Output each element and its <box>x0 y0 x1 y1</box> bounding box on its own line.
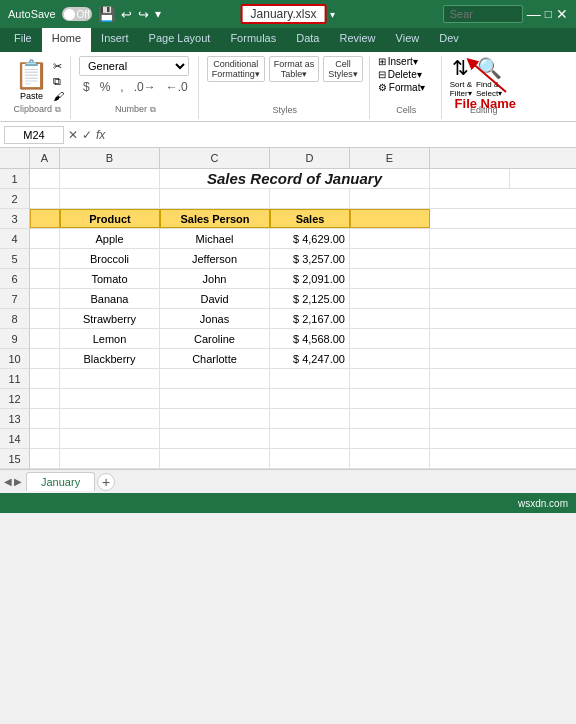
cell-c8[interactable]: Jonas <box>160 309 270 328</box>
cell-c12[interactable] <box>160 389 270 408</box>
find-select-btn[interactable]: 🔍 Find &Select▾ <box>476 56 502 98</box>
sheet-tab-january[interactable]: January <box>26 472 95 491</box>
cell-b10[interactable]: Blackberry <box>60 349 160 368</box>
cell-a11[interactable] <box>30 369 60 388</box>
format-as-table-btn[interactable]: Format asTable▾ <box>269 56 320 82</box>
col-header-a[interactable]: A <box>30 148 60 168</box>
col-header-c[interactable]: C <box>160 148 270 168</box>
format-painter-icon[interactable]: 🖌 <box>53 90 64 102</box>
delete-btn[interactable]: ⊟ Delete▾ <box>378 69 426 80</box>
cell-b9[interactable]: Lemon <box>60 329 160 348</box>
minimize-icon[interactable]: — <box>527 6 541 22</box>
cell-c6[interactable]: John <box>160 269 270 288</box>
row-num-5[interactable]: 5 <box>0 249 29 269</box>
tab-dev[interactable]: Dev <box>429 28 469 52</box>
cell-a14[interactable] <box>30 429 60 448</box>
cut-icon[interactable]: ✂ <box>53 60 64 73</box>
cell-d10[interactable]: $ 4,247.00 <box>270 349 350 368</box>
cell-d2[interactable] <box>270 189 350 208</box>
col-header-b[interactable]: B <box>60 148 160 168</box>
cell-a15[interactable] <box>30 449 60 468</box>
font-selector[interactable]: General <box>79 56 189 76</box>
autosave-toggle[interactable]: Off <box>62 7 92 21</box>
percent-btn[interactable]: % <box>96 78 115 96</box>
cell-d14[interactable] <box>270 429 350 448</box>
cell-e6[interactable] <box>350 269 430 288</box>
cell-c5[interactable]: Jefferson <box>160 249 270 268</box>
row-num-12[interactable]: 12 <box>0 389 29 409</box>
decrease-decimal-btn[interactable]: ←.0 <box>162 78 192 96</box>
row-num-13[interactable]: 13 <box>0 409 29 429</box>
row-num-1[interactable]: 1 <box>0 169 29 189</box>
tab-page-layout[interactable]: Page Layout <box>139 28 221 52</box>
cell-d7[interactable]: $ 2,125.00 <box>270 289 350 308</box>
cell-e2[interactable] <box>350 189 430 208</box>
cell-c2[interactable] <box>160 189 270 208</box>
cell-d5[interactable]: $ 3,257.00 <box>270 249 350 268</box>
cell-d4[interactable]: $ 4,629.00 <box>270 229 350 248</box>
tab-home[interactable]: Home <box>42 28 91 52</box>
redo-icon[interactable]: ↪ <box>138 7 149 22</box>
cell-a9[interactable] <box>30 329 60 348</box>
search-input[interactable] <box>443 5 523 23</box>
cell-d11[interactable] <box>270 369 350 388</box>
tab-view[interactable]: View <box>386 28 430 52</box>
cell-b11[interactable] <box>60 369 160 388</box>
cell-e1[interactable] <box>430 169 510 188</box>
cell-a5[interactable] <box>30 249 60 268</box>
cell-d13[interactable] <box>270 409 350 428</box>
cell-b7[interactable]: Banana <box>60 289 160 308</box>
row-num-6[interactable]: 6 <box>0 269 29 289</box>
cell-a12[interactable] <box>30 389 60 408</box>
cell-a13[interactable] <box>30 409 60 428</box>
confirm-formula-btn[interactable]: ✓ <box>82 128 92 142</box>
insert-btn[interactable]: ⊞ Insert▾ <box>378 56 426 67</box>
tab-formulas[interactable]: Formulas <box>220 28 286 52</box>
cell-b14[interactable] <box>60 429 160 448</box>
cell-c15[interactable] <box>160 449 270 468</box>
cancel-formula-btn[interactable]: ✕ <box>68 128 78 142</box>
row-num-7[interactable]: 7 <box>0 289 29 309</box>
cell-a10[interactable] <box>30 349 60 368</box>
row-num-10[interactable]: 10 <box>0 349 29 369</box>
cell-b2[interactable] <box>60 189 160 208</box>
cell-styles-btn[interactable]: CellStyles▾ <box>323 56 363 82</box>
cell-c14[interactable] <box>160 429 270 448</box>
cell-c4[interactable]: Michael <box>160 229 270 248</box>
tab-insert[interactable]: Insert <box>91 28 139 52</box>
customize-icon[interactable]: ▾ <box>155 7 161 21</box>
cell-b1[interactable] <box>60 169 160 188</box>
cell-b5[interactable]: Broccoli <box>60 249 160 268</box>
cell-c3-salesperson[interactable]: Sales Person <box>160 209 270 228</box>
row-num-2[interactable]: 2 <box>0 189 29 209</box>
cell-a6[interactable] <box>30 269 60 288</box>
undo-icon[interactable]: ↩ <box>121 7 132 22</box>
cell-a8[interactable] <box>30 309 60 328</box>
cell-a4[interactable] <box>30 229 60 248</box>
cell-e4[interactable] <box>350 229 430 248</box>
cell-c1[interactable]: Sales Record of January <box>160 169 430 188</box>
sort-filter-btn[interactable]: ⇅ Sort &Filter▾ <box>450 56 472 98</box>
col-header-d[interactable]: D <box>270 148 350 168</box>
cell-reference-input[interactable] <box>4 126 64 144</box>
scroll-left-icon[interactable]: ◀ <box>4 476 12 487</box>
formula-input[interactable] <box>109 127 572 143</box>
cell-e14[interactable] <box>350 429 430 448</box>
cell-d15[interactable] <box>270 449 350 468</box>
copy-icon[interactable]: ⧉ <box>53 75 64 88</box>
tab-file[interactable]: File <box>4 28 42 52</box>
cell-a3[interactable] <box>30 209 60 228</box>
row-num-3[interactable]: 3 <box>0 209 29 229</box>
cell-c10[interactable]: Charlotte <box>160 349 270 368</box>
cell-e8[interactable] <box>350 309 430 328</box>
cell-b13[interactable] <box>60 409 160 428</box>
scroll-right-icon[interactable]: ▶ <box>14 476 22 487</box>
dropdown-arrow[interactable]: ▾ <box>330 9 335 20</box>
cell-d9[interactable]: $ 4,568.00 <box>270 329 350 348</box>
tab-data[interactable]: Data <box>286 28 329 52</box>
cell-d8[interactable]: $ 2,167.00 <box>270 309 350 328</box>
cell-e3[interactable] <box>350 209 430 228</box>
cell-a2[interactable] <box>30 189 60 208</box>
cell-e15[interactable] <box>350 449 430 468</box>
format-btn[interactable]: ⚙ Format▾ <box>378 82 426 93</box>
